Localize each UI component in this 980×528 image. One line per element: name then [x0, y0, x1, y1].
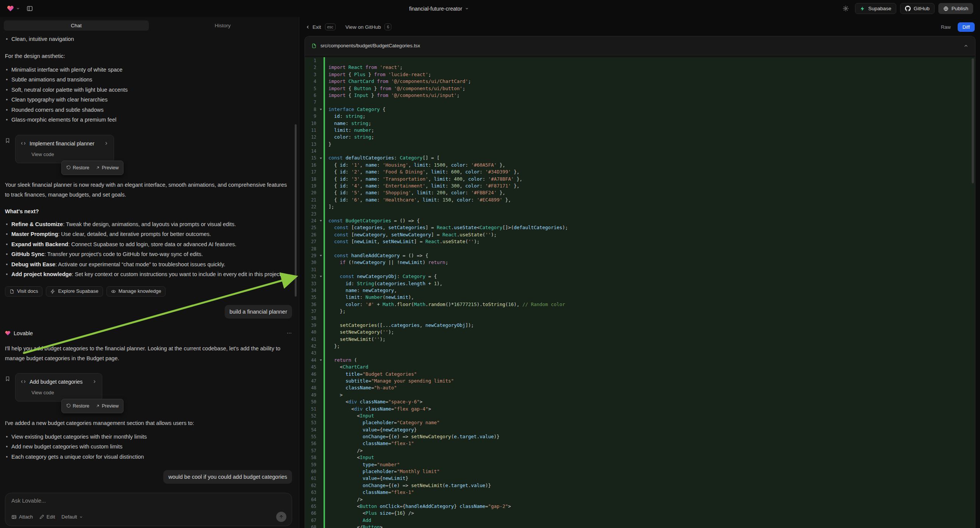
- restore-preview-bar: Restore Preview: [61, 161, 124, 175]
- code-line: 19 { id: '4', name: 'Entertainment', lim…: [305, 183, 975, 189]
- publish-button[interactable]: Publish: [938, 3, 973, 14]
- user-message: would be cool if you could add budget ca…: [163, 470, 292, 484]
- code-line: 52 <Input: [305, 412, 975, 419]
- more-options-icon[interactable]: [286, 330, 292, 336]
- code-line: 16 { id: '1', name: 'Housing', limit: 15…: [305, 162, 975, 169]
- view-code-link[interactable]: View code: [21, 149, 109, 159]
- code-line: 35 limit: Number(newLimit),: [305, 294, 975, 301]
- sidebar-toggle-icon[interactable]: [24, 3, 35, 14]
- bullet-item: Minimalist interface with plenty of whit…: [5, 65, 292, 75]
- restore-button[interactable]: Restore: [64, 400, 92, 412]
- bullet-item: Master Prompting: Use clear, detailed, a…: [5, 229, 292, 239]
- code-lines: 12import React from 'react';3import { Pl…: [305, 57, 975, 528]
- lovable-menu-button[interactable]: [7, 5, 20, 12]
- mode-label: Default: [61, 514, 77, 520]
- code-line: 63 className="flex-1": [305, 489, 975, 496]
- manage-knowledge-button[interactable]: Manage knowledge: [107, 286, 166, 297]
- raw-toggle[interactable]: Raw: [938, 23, 954, 32]
- code-line: 13}: [305, 141, 975, 148]
- project-name: financial-future-creator: [409, 6, 462, 12]
- code-icon: [21, 379, 26, 385]
- code-line: 60 placeholder="Monthly limit": [305, 468, 975, 475]
- code-scrollbar-thumb[interactable]: [972, 58, 974, 183]
- code-line: 61 value={newLimit}: [305, 475, 975, 482]
- docs-icon: [10, 289, 14, 294]
- count-badge: 6: [385, 24, 391, 30]
- chevron-right-icon: [104, 141, 109, 146]
- supabase-button-label: Supabase: [868, 6, 891, 11]
- view-on-github-button[interactable]: View on GitHub: [345, 24, 381, 30]
- bullet-item: Refine & Customize: Tweak the design, an…: [5, 219, 292, 229]
- composer[interactable]: Attach Edit Default: [5, 493, 292, 526]
- code-line: 59 type="number": [305, 461, 975, 468]
- code-icon: [21, 140, 26, 146]
- assistant-paragraph: I'll help you add budget categories to t…: [5, 344, 292, 363]
- composer-toolbar: Attach Edit Default: [11, 512, 286, 522]
- version-card-title: Add budget categories: [30, 377, 83, 387]
- chat-input[interactable]: [11, 498, 286, 504]
- restore-button[interactable]: Restore: [64, 162, 92, 173]
- view-code-link[interactable]: View code: [21, 388, 97, 398]
- chevron-down-icon: [79, 515, 83, 519]
- bookmark-icon[interactable]: [5, 138, 10, 143]
- send-button[interactable]: [276, 512, 286, 522]
- code-line: 33 id: String(categories.length + 1),: [305, 280, 975, 287]
- lovable-avatar-icon: [5, 330, 11, 336]
- visit-docs-button[interactable]: Visit docs: [5, 286, 43, 297]
- bullet-item: GitHub Sync: Transfer your project's cod…: [5, 249, 292, 259]
- bullet-item: Soft, neutral color palette with light b…: [5, 85, 292, 95]
- explore-supabase-button[interactable]: Explore Supabase: [46, 286, 103, 297]
- bookmark-icon[interactable]: [5, 376, 10, 382]
- supabase-button[interactable]: Supabase: [855, 3, 896, 14]
- topbar-right: Supabase GitHub Publish: [841, 3, 973, 14]
- code-line: 24const BudgetCategories = () => {: [305, 218, 975, 224]
- chevron-up-icon[interactable]: [963, 43, 969, 48]
- code-line: 23: [305, 211, 975, 218]
- tab-chat[interactable]: Chat: [4, 21, 149, 31]
- publish-button-label: Publish: [951, 6, 968, 11]
- version-card-add-budget[interactable]: Add budget categories View code: [15, 373, 102, 401]
- chat-tabs: Chat History: [0, 17, 299, 33]
- attach-button[interactable]: Attach: [11, 514, 33, 520]
- code-line: 57 />: [305, 447, 975, 454]
- code-line: 45 <ChartCard: [305, 364, 975, 371]
- user-message: build a financial planner: [224, 305, 292, 318]
- code-line: 18 { id: '3', name: 'Transportation', li…: [305, 176, 975, 183]
- whats-next-heading: What's next?: [5, 207, 292, 216]
- pencil-icon: [40, 514, 45, 519]
- code-line: 12 color: string;: [305, 134, 975, 140]
- tab-history[interactable]: History: [150, 21, 296, 31]
- project-switcher[interactable]: financial-future-creator: [409, 6, 469, 12]
- esc-badge: esc: [325, 24, 336, 30]
- file-header[interactable]: src/components/budget/BudgetCategories.t…: [305, 37, 975, 55]
- github-icon: [905, 6, 911, 11]
- bullet-item: Add new budget categories with custom li…: [5, 442, 292, 452]
- version-card-implement[interactable]: Implement financial planner View code: [15, 135, 114, 163]
- topbar-left: [7, 3, 35, 14]
- bullet-item: Each category gets a unique color for vi…: [5, 452, 292, 462]
- edit-button[interactable]: Edit: [40, 514, 55, 520]
- github-button[interactable]: GitHub: [900, 3, 935, 14]
- preview-button[interactable]: Preview: [93, 162, 121, 173]
- code-line: 30 if (!newCategory || !newLimit) return…: [305, 259, 975, 266]
- design-bullet-list: Minimalist interface with plenty of whit…: [5, 65, 292, 125]
- code-line: 4import ChartCard from '@/components/ui/…: [305, 78, 975, 85]
- code-line: 56 className="flex-1": [305, 440, 975, 447]
- preview-button[interactable]: Preview: [93, 400, 121, 412]
- quick-actions: Visit docs Explore Supabase Manage knowl…: [5, 286, 292, 297]
- code-line: 47 subtitle="Manage your spending limits…: [305, 378, 975, 385]
- diff-toggle[interactable]: Diff: [958, 22, 975, 32]
- version-card-title: Implement financial planner: [30, 138, 94, 148]
- settings-gear-icon[interactable]: [841, 3, 851, 14]
- exit-button[interactable]: Exit: [305, 24, 321, 30]
- bullet-item: Rounded corners and subtle shadows: [5, 105, 292, 115]
- bullet-list: Clean, intuitive navigation: [5, 34, 292, 44]
- restore-label: Restore: [73, 401, 89, 411]
- chat-scrollbar-thumb[interactable]: [295, 124, 297, 297]
- file-icon: [312, 43, 317, 48]
- mode-select[interactable]: Default: [61, 514, 83, 520]
- chevron-left-icon: [305, 25, 310, 30]
- code-area[interactable]: 12import React from 'react';3import { Pl…: [305, 55, 975, 528]
- code-line: 9 id: string;: [305, 113, 975, 120]
- code-line: 37 };: [305, 308, 975, 315]
